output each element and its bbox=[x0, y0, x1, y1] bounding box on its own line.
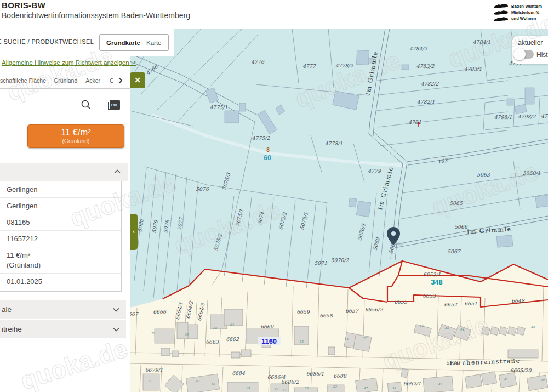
search-icon[interactable] bbox=[81, 99, 92, 110]
parcel-label: 4777 bbox=[302, 63, 316, 69]
house-number-label: 48 bbox=[420, 324, 424, 327]
parcel-label: 6648 bbox=[511, 298, 525, 304]
tab-acker[interactable]: Acker bbox=[85, 77, 100, 84]
parcel-label: 6660 bbox=[260, 323, 274, 329]
map-container[interactable]: 4768477647774778/24784/24784/14783/24783… bbox=[130, 29, 548, 392]
parcel-label: 4782/2 bbox=[421, 81, 439, 87]
land-use-tabs: schaftliche Fläche Grünland Acker C bbox=[0, 72, 129, 88]
parcel-label: 4778/1 bbox=[325, 140, 343, 146]
basemap-alt-label[interactable]: Karte bbox=[146, 39, 162, 46]
list-item-gemeinde: Gerlingen bbox=[0, 181, 121, 197]
parcel-label: 6688 bbox=[333, 373, 347, 379]
house-number-label: 52 bbox=[363, 337, 367, 340]
parcel-label: 6652 bbox=[444, 302, 458, 308]
parcel-label: 5071 bbox=[314, 260, 327, 266]
house-number-label: 70 bbox=[151, 332, 155, 335]
accordion-merkmale[interactable]: ale bbox=[0, 300, 126, 319]
house-number-label: 54 bbox=[345, 337, 349, 340]
house-number-label: 64 bbox=[230, 323, 234, 326]
richtwert-value-label: 60 bbox=[264, 154, 271, 162]
current-values-label: aktueller bbox=[518, 39, 543, 47]
parcel-label: 6653/1 bbox=[423, 271, 441, 277]
history-label: Histo bbox=[536, 51, 548, 59]
parcel-label: 4784/2 bbox=[409, 46, 428, 52]
parcel-label: 4798/1 bbox=[494, 114, 512, 120]
chevron-down-icon bbox=[113, 308, 119, 312]
richtwert-value-label: 348 bbox=[431, 278, 443, 286]
pdf-export-icon[interactable]: PDF bbox=[107, 99, 120, 111]
richtwert-value-label: 1160 bbox=[261, 337, 277, 345]
tabs-divider bbox=[0, 88, 130, 89]
house-number-label: 53 bbox=[333, 385, 337, 388]
toggle-knob[interactable] bbox=[513, 48, 526, 60]
house-number-label: 65 bbox=[212, 382, 215, 385]
bw-coat-of-arms-icon bbox=[493, 2, 509, 24]
parcel-label: 4782/1 bbox=[417, 99, 435, 105]
richtwert-hints-link[interactable]: Allgemeine Hinweise zum Richtwert anzeig… bbox=[2, 59, 136, 66]
parcel-label: 6655 bbox=[394, 299, 408, 305]
parcel-label: 6684 bbox=[232, 370, 246, 376]
parcel-label: 4798 bbox=[541, 113, 548, 119]
app-header: BORIS-BW Bodenrichtwertinformationssyste… bbox=[0, 0, 548, 29]
sidebar-collapse-handle[interactable]: ‹ bbox=[130, 214, 138, 250]
tab-next-partial[interactable]: C bbox=[110, 77, 114, 84]
history-toggle[interactable] bbox=[515, 50, 534, 59]
parcel-label: 4798/2 bbox=[518, 113, 536, 120]
map-mode-card: aktueller Histo bbox=[512, 36, 548, 64]
tab-gruenland[interactable]: Grünland bbox=[54, 77, 77, 84]
house-number-label: 40 bbox=[531, 326, 535, 329]
parcel-label: 4778/2 bbox=[335, 63, 354, 69]
basemap-active-label[interactable]: Grundkarte bbox=[106, 39, 140, 46]
parcel-label: 6667 bbox=[130, 311, 139, 317]
parcel-label: 6657 bbox=[345, 308, 359, 314]
property-details-list: Gerlingen Gerlingen 081165 11657212 11 €… bbox=[0, 181, 122, 292]
parcel-label: 6653 bbox=[423, 293, 436, 299]
parcel-label: 5066 bbox=[454, 224, 468, 230]
bodenrichtwert-value-button[interactable]: 11 €/m² (Grünland) bbox=[27, 124, 124, 148]
map-canvas[interactable]: 4768477647774778/24784/24784/14783/24783… bbox=[130, 29, 548, 392]
parcel-label: 6659 bbox=[296, 309, 310, 315]
price-value: 11 €/m² bbox=[28, 127, 124, 138]
parcel-label: 4783/1 bbox=[464, 66, 482, 72]
close-panel-button[interactable]: ✕ bbox=[130, 72, 145, 88]
list-item-stichtag: 01.01.2025 bbox=[0, 273, 121, 289]
list-item-schluessel: 081165 bbox=[0, 214, 121, 230]
parcel-label: 6663 bbox=[206, 339, 219, 345]
house-number-label: 58 bbox=[300, 340, 304, 343]
parcel-label: 6686/1 bbox=[306, 371, 324, 377]
parcel-label: 6679/1 bbox=[145, 367, 163, 373]
parcel-label: 5067 bbox=[447, 248, 461, 254]
list-item-zonen-id: 11657212 bbox=[0, 230, 121, 247]
accordion-zeitreihe[interactable]: itreihe bbox=[0, 320, 126, 338]
svg-text:PDF: PDF bbox=[111, 103, 118, 107]
list-item-richtwert: 11 €/m² (Grünland) bbox=[0, 247, 121, 273]
house-number-label: 68 bbox=[185, 333, 189, 336]
parcel-label: 6692/1 bbox=[403, 380, 421, 387]
parcel-label: 4783/2 bbox=[416, 63, 435, 69]
house-number-label: 45 bbox=[392, 386, 396, 389]
ministry-text: Baden-Württem Ministerium fü und Wohnen bbox=[511, 2, 542, 26]
chevron-up-icon bbox=[114, 169, 121, 174]
richtwert-value-label: 8 bbox=[266, 147, 270, 153]
house-number-label: 66 bbox=[213, 327, 217, 330]
house-number-label: 39 bbox=[541, 378, 545, 382]
tab-landwirtschaftliche-flaeche[interactable]: schaftliche Fläche bbox=[0, 77, 46, 84]
parcel-label: 4781 bbox=[408, 119, 421, 125]
chevron-right-icon[interactable] bbox=[116, 76, 124, 85]
house-number-label: 41 bbox=[504, 378, 508, 381]
app-title: BORIS-BW bbox=[2, 1, 45, 10]
parcel-label: 6651 bbox=[464, 300, 477, 306]
parcel-label: 6695/20 bbox=[510, 367, 532, 373]
parcel-label: 5063 bbox=[477, 172, 490, 178]
house-number-label: 46 bbox=[445, 327, 449, 330]
price-landuse: (Grünland) bbox=[28, 138, 124, 144]
new-search-button[interactable]: UE SUCHE / PRODUKTWECHSEL bbox=[0, 35, 102, 49]
basemap-switcher-button[interactable]: Grundkarte Karte bbox=[99, 34, 169, 51]
parcel-label: 6666 bbox=[153, 309, 167, 315]
house-number-label: 43 bbox=[438, 383, 442, 386]
parcel-label: 4776 bbox=[251, 59, 265, 65]
parcel-label: 4779 bbox=[368, 168, 381, 174]
parcel-label: 6686/2 bbox=[281, 379, 300, 385]
external-link-icon: ↗ bbox=[131, 59, 136, 66]
details-section-header[interactable] bbox=[0, 163, 128, 181]
